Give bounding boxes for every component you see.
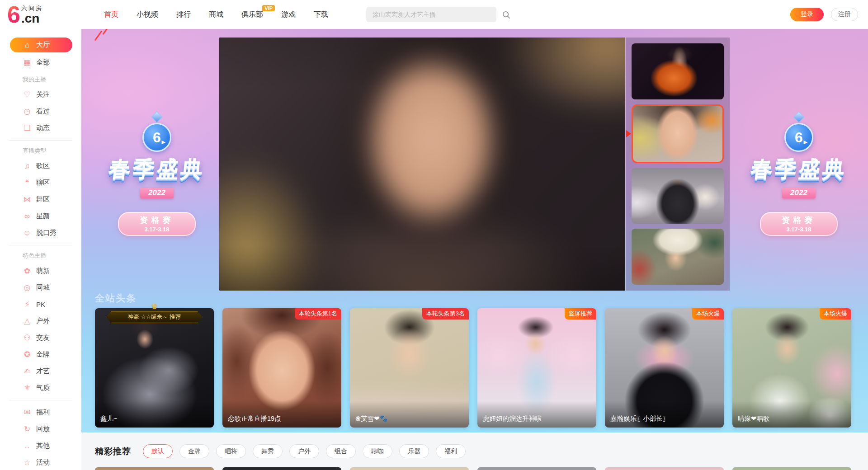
medal-icon: ✪ <box>23 350 32 359</box>
top-nav: 6 六间房 .cn 首页 小视频 排行 商城 俱乐部 VIP 游戏 下载 <box>0 0 868 29</box>
sidebar-item-label: 星颜 <box>36 212 50 221</box>
sidebar-item-label: 活动 <box>36 458 50 467</box>
gala-title: 春季盛典 <box>732 155 866 183</box>
nav-item[interactable]: 小视频 <box>137 10 158 19</box>
video-player[interactable] <box>219 38 625 291</box>
nav-item[interactable]: 排行 <box>176 10 191 19</box>
nav-item[interactable]: 商城 <box>209 10 223 19</box>
sidebar-item[interactable]: ♫ 歌区 <box>0 158 81 174</box>
live-card[interactable]: ♛ 本场火爆 嘉瀚娱乐〖小部长〗 <box>605 308 724 428</box>
spring-gala-banner-left[interactable]: 6 ▶ 春季盛典 2022 资格赛 3.17-3.18 <box>91 113 222 236</box>
grid-icon: ▦ <box>23 58 32 67</box>
sidebar-item[interactable]: ♡ 关注 <box>0 86 81 103</box>
sidebar-item[interactable]: ‥ 其他 <box>0 437 81 454</box>
live-card[interactable]: ♛ 本场火爆 晴缘❤唱歌 <box>732 308 851 428</box>
sidebar-item[interactable]: ⋈ 舞区 <box>0 191 81 208</box>
sidebar-item[interactable]: ↻ 回放 <box>0 421 81 437</box>
recommend-title: 精彩推荐 <box>95 446 131 457</box>
nav-item-label: 小视频 <box>137 10 158 18</box>
category-tab[interactable]: 唱将 <box>216 444 246 458</box>
search-input[interactable] <box>366 7 496 22</box>
live-card[interactable]: ♛ 神豪 ☆☆缘来～ 推荐 鑫儿~ <box>95 308 214 428</box>
live-card-name: ❀艾雪❤🐾 <box>350 401 469 428</box>
sidebar-nav: ⌂ 大厅 ▦ 全部 我的主播 ♡ 关注 ◷ 看过 ❏ 动态 直播类型 ♫ 歌区 … <box>0 38 81 470</box>
nav-item[interactable]: 俱乐部 VIP <box>241 10 263 19</box>
category-tab[interactable]: 默认 <box>143 444 173 458</box>
stream-thumbnail[interactable] <box>632 229 724 285</box>
sidebar-item[interactable]: ☺ 脱口秀 <box>0 225 81 241</box>
feed-icon: ❏ <box>23 123 32 133</box>
sidebar-item[interactable]: ⚜ 气质 <box>0 380 81 396</box>
category-tab[interactable]: 聊咖 <box>363 444 392 458</box>
chat-icon: ❝ <box>23 178 32 188</box>
sidebar-item[interactable]: ✉ 福利 <box>0 404 81 421</box>
login-button[interactable]: 登录 <box>790 8 824 21</box>
nav-item-label: 首页 <box>104 10 118 18</box>
site-logo[interactable]: 6 六间房 .cn <box>7 5 75 24</box>
heart-icon: ♡ <box>23 90 32 99</box>
sidebar-item[interactable]: ☆ 活动 <box>0 454 81 470</box>
nav-menu: 首页 小视频 排行 商城 俱乐部 VIP 游戏 下载 <box>95 10 337 19</box>
sidebar-item[interactable]: ❏ 动态 <box>0 120 81 136</box>
sidebar-item-label: 才艺 <box>36 367 50 376</box>
sidebar-item[interactable]: ⚡ PK <box>0 296 81 313</box>
stream-thumbnail[interactable] <box>632 43 724 99</box>
live-card-badge: 本场火爆 <box>692 308 724 320</box>
category-tab[interactable]: 乐器 <box>399 444 429 458</box>
sidebar-item-label: 回放 <box>36 425 50 433</box>
sidebar-item-label: 全部 <box>36 58 50 67</box>
sidebar-item[interactable]: ❝ 聊区 <box>0 174 81 191</box>
logo-domain-text: .cn <box>21 13 43 24</box>
live-card-name: 恋歌正常直播19点 <box>222 401 341 428</box>
category-tab[interactable]: 金牌 <box>179 444 209 458</box>
category-tab[interactable]: 福利 <box>436 444 466 458</box>
sidebar-item[interactable]: ▦ 全部 <box>0 54 81 71</box>
category-tab[interactable]: 户外 <box>289 444 319 458</box>
nav-item[interactable]: 首页 <box>104 10 118 19</box>
sidebar-item-label: PK <box>36 301 45 308</box>
gala-qualifier-dates: 3.17-3.18 <box>760 226 838 233</box>
others-icon: ‥ <box>23 441 32 451</box>
sidebar-item[interactable]: ✿ 萌新 <box>0 263 81 279</box>
live-card-badge: 本轮头条第3名 <box>422 308 469 320</box>
sidebar-item[interactable]: ✪ 金牌 <box>0 346 81 363</box>
sidebar-item[interactable]: ✍ 才艺 <box>0 363 81 380</box>
live-card[interactable]: ♛ 竖屏推荐 虎妞妞的溜达升神啦 <box>477 308 596 428</box>
sidebar-item[interactable]: ◷ 看过 <box>0 103 81 120</box>
sidebar-item[interactable]: ◎ 同城 <box>0 279 81 296</box>
category-tab[interactable]: 舞秀 <box>253 444 283 458</box>
location-icon: ◎ <box>23 283 32 292</box>
live-card-badge: 神豪 ☆☆缘来～ 推荐 <box>107 311 203 323</box>
spring-gala-banner-right[interactable]: 6 ▶ 春季盛典 2022 资格赛 3.17-3.18 <box>733 113 864 236</box>
sprout-icon: ✿ <box>23 266 32 276</box>
friends-icon: ⚇ <box>23 333 32 343</box>
live-card-name: 鑫儿~ <box>95 401 214 428</box>
search-button[interactable] <box>502 10 510 19</box>
nav-item[interactable]: 下载 <box>314 10 328 19</box>
home-icon: ⌂ <box>23 41 32 50</box>
replay-icon: ↻ <box>23 424 32 434</box>
gala-logo-orb: 6 ▶ <box>142 123 171 152</box>
live-card[interactable]: ♛ 本轮头条第3名 ❀艾雪❤🐾 <box>350 308 469 428</box>
category-tab[interactable]: 组合 <box>326 444 356 458</box>
talent-icon: ✍ <box>23 367 32 376</box>
nav-item-label: 商城 <box>209 10 223 18</box>
sidebar-item[interactable]: △ 户外 <box>0 313 81 329</box>
gala-logo-orb: 6 ▶ <box>784 123 813 152</box>
recommend-tabs: 默认金牌唱将舞秀户外组合聊咖乐器福利 <box>143 444 466 458</box>
stream-thumbnail[interactable] <box>632 104 724 163</box>
sidebar-section-label: 直播类型 <box>0 144 81 158</box>
sidebar-item[interactable]: ⌂ 大厅 <box>10 38 72 52</box>
live-card[interactable]: ♛ 本轮头条第1名 恋歌正常直播19点 <box>222 308 341 428</box>
stream-thumbnail[interactable] <box>632 168 724 224</box>
logo-6-icon: 6 <box>7 5 20 24</box>
nav-item-label: 排行 <box>176 10 191 18</box>
diamond-icon <box>151 111 162 122</box>
sidebar-item[interactable]: ∞ 星颜 <box>0 208 81 225</box>
dance-icon: ⋈ <box>23 195 32 204</box>
sidebar-item[interactable]: ⚇ 交友 <box>0 329 81 346</box>
shooting-star-icon <box>94 30 102 41</box>
register-button[interactable]: 注册 <box>831 8 858 21</box>
nav-item[interactable]: 游戏 <box>281 10 296 19</box>
outdoor-icon: △ <box>23 316 32 326</box>
